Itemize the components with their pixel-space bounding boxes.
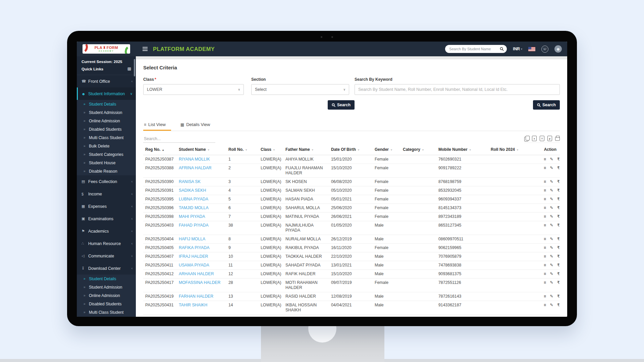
student-name-link[interactable]: MOFASSINA HALDER [177, 279, 226, 292]
row-details-icon[interactable]: ≡ [544, 272, 546, 277]
column-header[interactable]: Roll No 2024▼ [489, 144, 539, 155]
fees-icon[interactable]: ₹ [557, 254, 560, 259]
student-name-link[interactable]: RANISA SK [177, 178, 226, 186]
sidebar-item[interactable]: » Online Admission [77, 291, 136, 300]
row-details-icon[interactable]: ≡ [544, 166, 546, 171]
fees-icon[interactable]: ₹ [557, 205, 560, 210]
student-name-link[interactable]: SADIKA SEKH [177, 186, 226, 195]
school-logo[interactable]: PLA ♜ FORM ACADEMY [83, 44, 130, 54]
row-details-icon[interactable]: ≡ [544, 205, 546, 210]
sidebar-item[interactable]: » Bulk Delete [77, 142, 136, 150]
edit-icon[interactable]: ✎ [550, 166, 553, 171]
fees-icon[interactable]: ₹ [557, 237, 560, 242]
fees-icon[interactable]: ₹ [557, 223, 560, 228]
student-search-pill[interactable] [445, 45, 507, 53]
csv-export-icon[interactable] [540, 136, 544, 141]
edit-icon[interactable]: ✎ [550, 205, 553, 210]
row-details-icon[interactable]: ≡ [544, 303, 546, 308]
edit-icon[interactable]: ✎ [550, 316, 553, 317]
sort-icon[interactable]: ▼ [422, 148, 424, 152]
column-header[interactable]: Father Name▼ [283, 144, 329, 155]
row-details-icon[interactable]: ≡ [544, 197, 546, 202]
student-name-link[interactable]: TANISHA HALDER [177, 315, 226, 317]
sidebar-item[interactable]: » Student Admission [77, 283, 136, 291]
sort-icon[interactable]: ▼ [311, 148, 314, 152]
fees-icon[interactable]: ₹ [557, 197, 560, 202]
row-details-icon[interactable]: ≡ [544, 214, 546, 219]
student-search-input[interactable] [449, 47, 500, 51]
sidebar-item[interactable]: » Disabled Students [77, 125, 136, 133]
sidebar-item[interactable]: » Student House [77, 159, 136, 167]
fees-icon[interactable]: ₹ [557, 166, 560, 171]
edit-icon[interactable]: ✎ [550, 214, 553, 219]
fees-icon[interactable]: ₹ [557, 188, 560, 193]
row-details-icon[interactable]: ≡ [544, 188, 546, 193]
sort-icon[interactable]: ▼ [390, 148, 393, 152]
edit-icon[interactable]: ✎ [550, 263, 553, 268]
student-name-link[interactable]: AFRINA HALDAR [177, 164, 226, 178]
sidebar-item[interactable]: » Online Admission [77, 117, 136, 125]
edit-icon[interactable]: ✎ [550, 245, 553, 250]
sort-icon[interactable]: ▼ [207, 148, 210, 152]
sidebar-item[interactable]: ∴ Human Resource ‹ [77, 237, 136, 250]
sidebar-item[interactable]: ↧ Download Center ‹ [77, 262, 136, 275]
sidebar-scrollbar[interactable] [134, 59, 135, 76]
student-name-link[interactable]: TAHIR SHAIKH [177, 301, 226, 315]
student-name-link[interactable]: USAMA PIYADA [177, 261, 226, 270]
edit-icon[interactable]: ✎ [550, 223, 553, 228]
row-details-icon[interactable]: ≡ [544, 294, 546, 299]
edit-icon[interactable]: ✎ [550, 179, 553, 184]
class-select[interactable]: LOWER ∨ [143, 84, 244, 95]
row-details-icon[interactable]: ≡ [544, 280, 546, 285]
column-header[interactable]: Action [539, 144, 560, 155]
copy-icon[interactable] [524, 136, 529, 141]
student-name-link[interactable]: MAHI PIYADA [177, 213, 226, 221]
table-search-input[interactable] [143, 135, 215, 143]
student-name-link[interactable]: RAFIKA PIYADA [177, 244, 226, 252]
print-icon[interactable] [555, 137, 560, 141]
row-details-icon[interactable]: ≡ [544, 316, 546, 317]
section-select[interactable]: Select ∨ [251, 84, 349, 95]
sidebar-item[interactable]: ▦ Expenses ‹ [77, 200, 136, 213]
edit-icon[interactable]: ✎ [550, 294, 553, 299]
edit-icon[interactable]: ✎ [550, 237, 553, 242]
whatsapp-icon[interactable]: ☏ [541, 46, 548, 53]
sidebar-item[interactable]: ☻ Student Information ∨ [77, 87, 136, 100]
student-name-link[interactable]: LUBNA PIYADA [177, 195, 226, 204]
column-header[interactable]: Date Of Birth▼ [329, 144, 373, 155]
student-name-link[interactable]: HAFIJ MOLLA [177, 235, 226, 244]
sidebar-item[interactable]: » Student Categories [77, 150, 136, 159]
sidebar-item[interactable]: » Student Details [77, 275, 136, 283]
column-header[interactable]: Roll No.▼ [226, 144, 259, 155]
edit-icon[interactable]: ✎ [550, 272, 553, 277]
search-button[interactable]: Search [328, 100, 355, 110]
fees-icon[interactable]: ₹ [557, 179, 560, 184]
fees-icon[interactable]: ₹ [557, 157, 560, 162]
edit-icon[interactable]: ✎ [550, 197, 553, 202]
sidebar-item[interactable]: » Student Admission [77, 108, 136, 117]
column-header[interactable]: Student Name▼ [177, 144, 226, 155]
keyword-input[interactable] [355, 84, 560, 95]
sort-icon[interactable]: ▲ [162, 148, 164, 152]
view-tab[interactable]: ▦ Details View [180, 119, 216, 131]
sort-icon[interactable]: ▼ [469, 148, 472, 152]
student-name-link[interactable]: RIYANA MOLLIK [177, 155, 226, 164]
sidebar-item[interactable]: » Disabled Students [77, 300, 136, 308]
student-name-link[interactable]: FARHAN HALDER [177, 292, 226, 301]
sidebar-item[interactable]: » Student Details [77, 100, 136, 108]
column-header[interactable]: Mobile Number▼ [436, 144, 489, 155]
column-header[interactable]: Reg No.▲ [143, 144, 177, 155]
fees-icon[interactable]: ₹ [557, 245, 560, 250]
sidebar-item[interactable]: » Disable Reason [77, 167, 136, 175]
fees-icon[interactable]: ₹ [557, 303, 560, 308]
row-details-icon[interactable]: ≡ [544, 245, 546, 250]
column-header[interactable]: Category▼ [401, 144, 436, 155]
sidebar-item[interactable]: » Multi Class Student [77, 308, 136, 316]
currency-selector[interactable]: INR ▾ [513, 47, 522, 51]
search-icon[interactable] [500, 47, 504, 51]
student-name-link[interactable]: IFRAJ HALDER [177, 252, 226, 261]
student-name-link[interactable]: FAHAD PIYADA [177, 221, 226, 235]
edit-icon[interactable]: ✎ [550, 280, 553, 285]
row-details-icon[interactable]: ≡ [544, 254, 546, 259]
sidebar-item[interactable]: ▤ Fees Collection ‹ [77, 175, 136, 188]
